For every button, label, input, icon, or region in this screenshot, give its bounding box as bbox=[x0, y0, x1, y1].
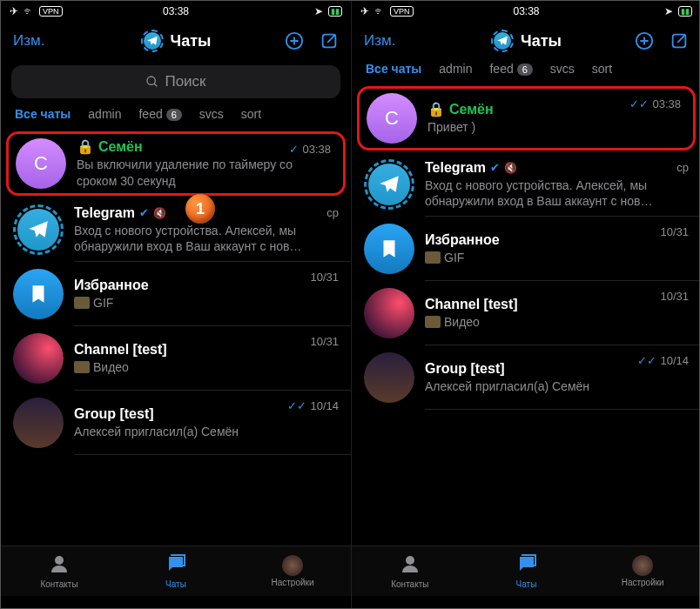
chat-preview: Вход с нового устройства. Алексей, мы об… bbox=[74, 224, 301, 253]
chat-meta: ✓03:38 bbox=[289, 143, 331, 156]
page-title: Чаты bbox=[171, 32, 212, 50]
folder-svcs[interactable]: svcs bbox=[550, 62, 575, 76]
status-bar: ✈ ᯤ VPN 03:38 ➤ ▮▮ bbox=[352, 1, 700, 20]
folder-feed[interactable]: feed6 bbox=[138, 107, 181, 121]
double-tick-icon: ✓✓ bbox=[637, 354, 656, 367]
folder-all[interactable]: Все чаты bbox=[15, 107, 71, 121]
avatar bbox=[13, 398, 64, 448]
chat-name: Group [test] bbox=[74, 406, 154, 422]
chat-name: Семён bbox=[98, 139, 143, 155]
settings-avatar-icon bbox=[282, 555, 303, 576]
tab-chats[interactable]: Чаты bbox=[468, 546, 585, 596]
avatar bbox=[364, 224, 414, 274]
double-tick-icon: ✓✓ bbox=[629, 97, 649, 110]
left-screenshot: ✈ ᯤ VPN 03:38 ➤ ▮▮ Изм. Чаты bbox=[1, 1, 351, 609]
search-input[interactable]: Поиск bbox=[11, 65, 340, 98]
chat-meta: ✓✓03:38 bbox=[629, 97, 681, 110]
chat-preview: Вы включили удаление по таймеру со сроко… bbox=[77, 157, 293, 187]
chat-name: Channel [test] bbox=[74, 342, 167, 358]
tab-settings[interactable]: Настройки bbox=[584, 546, 700, 596]
folder-tabs: Все чаты admin feed6 svcs sort bbox=[352, 62, 700, 84]
chat-row-semen[interactable]: С🔒СемёнПривет )✓✓03:38 bbox=[357, 86, 696, 151]
folder-admin[interactable]: admin bbox=[439, 62, 472, 76]
annotation-marker-1: 1 bbox=[185, 194, 215, 224]
verified-icon: ✔ bbox=[139, 206, 149, 219]
chat-meta: ✓✓10/14 bbox=[637, 354, 689, 367]
tab-chats[interactable]: Чаты bbox=[118, 546, 234, 596]
chat-time: 10/31 bbox=[660, 290, 689, 303]
avatar bbox=[13, 204, 64, 255]
chat-preview: Привет ) bbox=[427, 120, 475, 134]
chat-name: Telegram bbox=[425, 160, 486, 176]
avatar bbox=[13, 333, 64, 384]
chat-meta: 10/31 bbox=[660, 225, 689, 238]
avatar: С bbox=[367, 93, 417, 144]
chat-time: 10/31 bbox=[660, 225, 689, 238]
chat-time: ср bbox=[326, 206, 339, 219]
chat-row-group[interactable]: Group [test]Алексей пригласил(а) Семён✓✓… bbox=[352, 345, 700, 410]
chat-row-semen[interactable]: С🔒СемёнВы включили удаление по таймеру с… bbox=[6, 131, 346, 196]
clock: 03:38 bbox=[352, 5, 700, 17]
lock-icon: 🔒 bbox=[77, 138, 94, 155]
chat-row-channel[interactable]: Channel [test]Видео10/31 bbox=[352, 281, 700, 345]
chat-list[interactable]: С🔒СемёнПривет )✓✓03:38Telegram ✔ 🔇Вход с… bbox=[352, 86, 700, 410]
chat-preview: GIF bbox=[93, 296, 113, 310]
chats-icon bbox=[515, 553, 538, 578]
media-thumb bbox=[74, 297, 90, 309]
folder-tabs: Все чаты admin feed6 svcs sort bbox=[1, 107, 351, 130]
bottom-tab-bar: Контакты Чаты Настройки bbox=[1, 545, 351, 596]
chat-meta: ср bbox=[676, 161, 689, 174]
folder-admin[interactable]: admin bbox=[88, 107, 121, 121]
folder-feed[interactable]: feed6 bbox=[489, 62, 532, 76]
chat-time: ср bbox=[676, 161, 689, 174]
clock: 03:38 bbox=[1, 5, 351, 17]
chat-meta: ср bbox=[326, 206, 339, 219]
avatar bbox=[13, 269, 64, 319]
search-icon bbox=[145, 75, 159, 89]
chat-time: 10/31 bbox=[310, 335, 339, 348]
svg-point-2 bbox=[147, 77, 155, 84]
avatar bbox=[364, 352, 414, 403]
chat-meta: 10/31 bbox=[660, 290, 689, 303]
right-screenshot: ✈ ᯤ VPN 03:38 ➤ ▮▮ Изм. Чаты bbox=[351, 1, 700, 609]
tab-settings[interactable]: Настройки bbox=[234, 546, 351, 596]
chat-preview: Вход с нового устройства. Алексей, мы об… bbox=[425, 178, 652, 208]
chat-row-saved[interactable]: ИзбранноеGIF10/31 bbox=[352, 217, 700, 281]
muted-icon: 🔇 bbox=[504, 162, 517, 174]
media-thumb bbox=[74, 361, 90, 373]
chat-preview: GIF bbox=[444, 251, 464, 264]
chat-list[interactable]: С🔒СемёнВы включили удаление по таймеру с… bbox=[1, 131, 351, 455]
avatar bbox=[364, 159, 414, 210]
muted-icon: 🔇 bbox=[153, 207, 166, 219]
avatar: С bbox=[16, 138, 66, 189]
verified-icon: ✔ bbox=[490, 161, 500, 174]
chat-row-group[interactable]: Group [test]Алексей пригласил(а) Семён✓✓… bbox=[1, 391, 351, 455]
folder-svcs[interactable]: svcs bbox=[199, 107, 224, 121]
chat-time: 03:38 bbox=[652, 97, 681, 110]
chat-row-telegram[interactable]: Telegram ✔ 🔇Вход с нового устройства. Ал… bbox=[352, 152, 700, 217]
telegram-logo-icon bbox=[491, 30, 514, 52]
settings-avatar-icon bbox=[632, 555, 653, 576]
folder-sort[interactable]: sort bbox=[592, 62, 612, 76]
chat-meta: ✓✓10/14 bbox=[287, 399, 339, 412]
chat-name: Избранное bbox=[425, 232, 500, 248]
tab-contacts[interactable]: Контакты bbox=[1, 546, 118, 596]
chat-row-saved[interactable]: ИзбранноеGIF10/31 bbox=[1, 262, 351, 326]
bottom-tab-bar: Контакты Чаты Настройки bbox=[352, 545, 700, 596]
avatar bbox=[364, 288, 414, 338]
location-icon: ➤ bbox=[664, 5, 673, 17]
status-bar: ✈ ᯤ VPN 03:38 ➤ ▮▮ bbox=[1, 1, 351, 20]
folder-all[interactable]: Все чаты bbox=[366, 62, 421, 76]
tab-contacts[interactable]: Контакты bbox=[352, 546, 468, 596]
chat-row-channel[interactable]: Channel [test]Видео10/31 bbox=[1, 326, 351, 391]
media-thumb bbox=[425, 251, 441, 264]
folder-sort[interactable]: sort bbox=[241, 107, 261, 121]
chat-time: 10/14 bbox=[660, 354, 689, 367]
chat-time: 03:38 bbox=[302, 143, 331, 156]
chat-row-telegram[interactable]: Telegram ✔ 🔇Вход с нового устройства. Ал… bbox=[1, 197, 351, 262]
lock-icon: 🔒 bbox=[427, 101, 445, 117]
chat-time: 10/31 bbox=[310, 271, 339, 284]
location-icon: ➤ bbox=[314, 5, 323, 17]
chat-name: Telegram bbox=[74, 205, 135, 221]
media-thumb bbox=[425, 316, 441, 328]
